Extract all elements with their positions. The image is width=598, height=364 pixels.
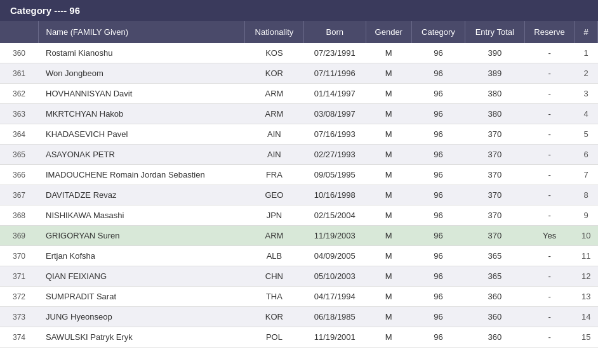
cell-gender: M (366, 145, 412, 165)
cell-name: Ertjan Kofsha (38, 246, 244, 266)
cell-gender: M (366, 104, 412, 124)
cell-entry-total: 370 (465, 226, 524, 246)
cell-name: HOVHANNISYAN Davit (38, 84, 244, 104)
cell-name: IMADOUCHENE Romain Jordan Sebastien (38, 165, 244, 185)
table-row: 361Won JongbeomKOR07/11/1996M96389-2 (0, 63, 598, 84)
cell-entry-total: 389 (465, 63, 524, 84)
cell-num: 364 (0, 124, 38, 145)
cell-reserve: - (524, 145, 575, 165)
category-header: Category ---- 96 (0, 0, 598, 21)
cell-reserve: Yes (524, 226, 575, 246)
cell-nationality: ARM (244, 84, 303, 104)
cell-category: 96 (412, 287, 465, 307)
cell-reserve: - (524, 287, 575, 307)
cell-gender: M (366, 287, 412, 307)
table-row: 372SUMPRADIT SaratTHA04/17/1994M96360-13 (0, 287, 598, 307)
cell-category: 96 (412, 124, 465, 145)
table-body: 360Rostami KianoshuKOS07/23/1991M96390-1… (0, 43, 598, 348)
table-row: 364KHADASEVICH PavelAIN07/16/1993M96370-… (0, 124, 598, 145)
cell-rank: 11 (575, 246, 598, 266)
cell-name: JUNG Hyeonseop (38, 307, 244, 327)
cell-rank: 2 (575, 63, 598, 84)
cell-category: 96 (412, 327, 465, 348)
cell-gender: M (366, 226, 412, 246)
table-header-row: Name (FAMILY Given) Nationality Born Gen… (0, 21, 598, 43)
col-header-born: Born (304, 21, 366, 43)
col-header-name: Name (FAMILY Given) (38, 21, 244, 43)
col-header-entry-total: Entry Total (465, 21, 524, 43)
cell-reserve: - (524, 43, 575, 63)
table-row: 365ASAYONAK PETRAIN02/27/1993M96370-6 (0, 145, 598, 165)
table-row: 369GRIGORYAN SurenARM11/19/2003M96370Yes… (0, 226, 598, 246)
cell-reserve: - (524, 185, 575, 205)
table-row: 374SAWULSKI Patryk ErykPOL11/19/2001M963… (0, 327, 598, 348)
cell-nationality: ARM (244, 104, 303, 124)
cell-born: 10/16/1998 (304, 185, 366, 205)
page-wrapper: Category ---- 96 Name (FAMILY Given) Nat… (0, 0, 598, 348)
cell-rank: 3 (575, 84, 598, 104)
cell-num: 373 (0, 307, 38, 327)
cell-entry-total: 365 (465, 266, 524, 287)
cell-born: 09/05/1995 (304, 165, 366, 185)
cell-num: 365 (0, 145, 38, 165)
cell-rank: 15 (575, 327, 598, 348)
cell-entry-total: 390 (465, 43, 524, 63)
cell-category: 96 (412, 246, 465, 266)
col-header-category: Category (412, 21, 465, 43)
cell-reserve: - (524, 165, 575, 185)
table-row: 363MKRTCHYAN HakobARM03/08/1997M96380-4 (0, 104, 598, 124)
cell-nationality: AIN (244, 145, 303, 165)
cell-born: 07/23/1991 (304, 43, 366, 63)
cell-rank: 7 (575, 165, 598, 185)
cell-rank: 10 (575, 226, 598, 246)
cell-nationality: THA (244, 287, 303, 307)
cell-num: 361 (0, 63, 38, 84)
cell-nationality: ARM (244, 226, 303, 246)
cell-gender: M (366, 165, 412, 185)
cell-entry-total: 370 (465, 165, 524, 185)
cell-reserve: - (524, 266, 575, 287)
cell-name: Won Jongbeom (38, 63, 244, 84)
cell-gender: M (366, 84, 412, 104)
cell-rank: 14 (575, 307, 598, 327)
col-header-nationality: Nationality (244, 21, 303, 43)
cell-born: 11/19/2001 (304, 327, 366, 348)
cell-name: DAVITADZE Revaz (38, 185, 244, 205)
cell-rank: 13 (575, 287, 598, 307)
cell-name: QIAN FEIXIANG (38, 266, 244, 287)
cell-born: 05/10/2003 (304, 266, 366, 287)
table-row: 368NISHIKAWA MasashiJPN02/15/2004M96370-… (0, 205, 598, 226)
cell-category: 96 (412, 63, 465, 84)
cell-born: 02/15/2004 (304, 205, 366, 226)
col-header-reserve: Reserve (524, 21, 575, 43)
col-header-gender: Gender (366, 21, 412, 43)
cell-category: 96 (412, 185, 465, 205)
cell-name: GRIGORYAN Suren (38, 226, 244, 246)
cell-category: 96 (412, 104, 465, 124)
cell-gender: M (366, 246, 412, 266)
cell-name: KHADASEVICH Pavel (38, 124, 244, 145)
cell-rank: 9 (575, 205, 598, 226)
cell-born: 07/16/1993 (304, 124, 366, 145)
cell-entry-total: 370 (465, 205, 524, 226)
cell-gender: M (366, 266, 412, 287)
cell-num: 360 (0, 43, 38, 63)
cell-born: 07/11/1996 (304, 63, 366, 84)
cell-num: 374 (0, 327, 38, 348)
cell-nationality: POL (244, 327, 303, 348)
cell-num: 368 (0, 205, 38, 226)
cell-reserve: - (524, 327, 575, 348)
cell-category: 96 (412, 43, 465, 63)
table-row: 373JUNG HyeonseopKOR06/18/1985M96360-14 (0, 307, 598, 327)
cell-num: 370 (0, 246, 38, 266)
cell-name: Rostami Kianoshu (38, 43, 244, 63)
cell-gender: M (366, 327, 412, 348)
cell-reserve: - (524, 104, 575, 124)
cell-category: 96 (412, 205, 465, 226)
cell-gender: M (366, 307, 412, 327)
cell-entry-total: 370 (465, 185, 524, 205)
cell-num: 366 (0, 165, 38, 185)
cell-reserve: - (524, 63, 575, 84)
cell-born: 02/27/1993 (304, 145, 366, 165)
cell-entry-total: 380 (465, 104, 524, 124)
